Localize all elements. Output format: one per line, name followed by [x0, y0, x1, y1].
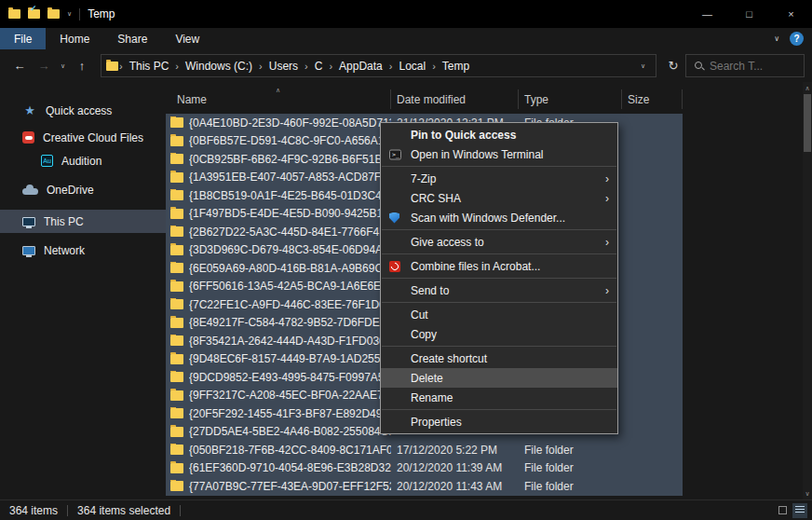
file-date: 20/12/2020 11:39 AM: [391, 461, 519, 474]
address-bar[interactable]: ›This PC›Windows (C:)›Users›C›AppData›Lo…: [101, 54, 656, 77]
menu-separator: [382, 346, 616, 347]
sidebar-item-audition[interactable]: Audition: [0, 149, 166, 172]
scrollbar[interactable]: ∧ ∨: [803, 82, 812, 499]
breadcrumb-item-local[interactable]: Local: [393, 60, 431, 73]
menu-item-label: Open in Windows Terminal: [411, 148, 544, 161]
history-dropdown-button[interactable]: ∨: [56, 55, 70, 77]
sidebar-item-label: Quick access: [46, 104, 112, 117]
menu-item-label: Cut: [411, 308, 428, 322]
status-divider: [180, 505, 181, 516]
folder-icon: [170, 463, 183, 473]
up-button[interactable]: ↑: [70, 55, 94, 77]
folder-icon: [170, 390, 183, 401]
tab-share[interactable]: Share: [103, 28, 161, 49]
column-header-size[interactable]: Size: [622, 89, 683, 109]
breadcrumb-item-this-pc[interactable]: This PC: [124, 60, 175, 73]
file-type: File folder: [519, 461, 622, 474]
folder-icon: [170, 299, 183, 309]
file-name: {3D3D969C-D679-48C3-854E-06D94A4B0...: [189, 243, 391, 256]
menu-item-create-shortcut[interactable]: Create shortcut: [381, 349, 617, 368]
menu-item-rename[interactable]: Rename: [381, 388, 617, 407]
folder-icon: [170, 154, 183, 164]
sidebar-item-this-pc[interactable]: This PC: [0, 210, 166, 233]
menu-item-crc-sha[interactable]: CRC SHA›: [381, 188, 617, 208]
scrollbar-track[interactable]: [803, 94, 812, 487]
file-row[interactable]: {61EF360D-9710-4054-8E96-E3B28D32FCE...2…: [166, 459, 683, 478]
app-icon[interactable]: [8, 9, 20, 19]
scroll-down-icon[interactable]: ∨: [805, 487, 809, 499]
creative-cloud-icon: [22, 131, 34, 144]
qat-new-folder-button[interactable]: [47, 9, 60, 19]
file-name-cell: {6E059A69-A80D-416B-B81A-A9B69C6A2...: [166, 262, 391, 275]
file-name-cell: {0BF6B57E-D591-4C8C-9FC0-A656A118F...: [166, 134, 391, 147]
file-name: {77A07B9C-77EF-43EA-9D07-EFF12F5220...: [189, 480, 391, 493]
help-button[interactable]: ?: [790, 32, 804, 46]
menu-item-scan-with-windows-defender[interactable]: Scan with Windows Defender...: [381, 208, 617, 227]
folder-icon: [170, 263, 183, 273]
maximize-button[interactable]: □: [728, 0, 770, 28]
file-name: {9D48EC6F-8157-4449-B7A9-1AD2559689...: [189, 352, 391, 365]
sidebar-item-quick-access[interactable]: ★Quick access: [0, 99, 166, 122]
file-name-cell: {6FF50616-13A5-42A5-BCA9-1A6E6EDB0...: [166, 280, 391, 293]
breadcrumb-item-appdata[interactable]: AppData: [333, 60, 388, 73]
sidebar-item-onedrive[interactable]: OneDrive: [0, 178, 166, 201]
menu-item-cut[interactable]: Cut: [381, 305, 617, 324]
breadcrumb-item-c[interactable]: C: [309, 60, 329, 73]
tab-file[interactable]: File: [0, 28, 46, 49]
file-name: {6E059A69-A80D-416B-B81A-A9B69C6A2...: [189, 262, 391, 275]
back-button[interactable]: ←: [7, 55, 32, 77]
menu-item-properties[interactable]: Properties: [381, 412, 617, 431]
column-header-name[interactable]: Name∧: [166, 89, 391, 109]
sidebar-item-creative-cloud-files[interactable]: Creative Cloud Files: [0, 126, 166, 149]
scrollbar-thumb[interactable]: [804, 94, 811, 152]
close-button[interactable]: ×: [770, 0, 812, 28]
breadcrumb-item-users[interactable]: Users: [264, 60, 304, 73]
menu-item-pin-to-quick-access[interactable]: Pin to Quick access: [381, 125, 617, 144]
search-input[interactable]: [710, 60, 790, 73]
menu-separator: [382, 229, 616, 230]
details-view-button[interactable]: [792, 503, 807, 518]
tab-home[interactable]: Home: [46, 28, 103, 49]
column-header-type[interactable]: Type: [519, 89, 622, 109]
sidebar-item-network[interactable]: Network: [0, 239, 166, 262]
ribbon-collapse-button[interactable]: ∨: [774, 34, 779, 43]
menu-item-label: Give access to: [411, 236, 484, 249]
audition-icon: [41, 155, 53, 167]
menu-item-combine-files-in-acrobat[interactable]: Combine files in Acrobat...: [381, 256, 617, 276]
titlebar[interactable]: ✓ ∨ Temp — □ ×: [0, 0, 812, 28]
search-box[interactable]: [685, 54, 805, 77]
folder-icon: [170, 209, 183, 219]
column-header-date-modified[interactable]: Date modified: [391, 89, 519, 109]
scroll-up-icon[interactable]: ∧: [805, 82, 809, 94]
menu-separator: [382, 302, 616, 303]
menu-item-label: Properties: [411, 416, 462, 429]
file-name: {0BF6B57E-D591-4C8C-9FC0-A656A118F...: [189, 134, 391, 147]
sidebar-item-label: OneDrive: [47, 184, 94, 197]
view-toggles: [775, 503, 812, 518]
file-date: 17/12/2020 5:22 PM: [391, 444, 519, 457]
menu-item-open-in-windows-terminal[interactable]: Open in Windows Terminal: [381, 144, 617, 164]
check-icon: ✓: [30, 5, 37, 13]
forward-button[interactable]: →: [32, 55, 56, 77]
menu-item-7-zip[interactable]: 7-Zip›: [381, 169, 617, 188]
this-pc-icon: [22, 217, 35, 226]
large-icons-view-button[interactable]: [775, 503, 790, 518]
menu-item-give-access-to[interactable]: Give access to›: [381, 232, 617, 252]
refresh-button[interactable]: ↻: [661, 55, 685, 77]
file-row[interactable]: {050BF218-7F6B-42CC-8409-8C171AF0A8...17…: [166, 441, 683, 459]
defender-icon: [389, 212, 399, 224]
breadcrumb-item-temp[interactable]: Temp: [437, 60, 475, 73]
qat-properties-button[interactable]: ✓: [28, 9, 40, 19]
menu-item-delete[interactable]: Delete: [381, 368, 617, 388]
menu-item-copy[interactable]: Copy: [381, 324, 617, 344]
address-dropdown-button[interactable]: ∨: [635, 62, 651, 70]
tab-view[interactable]: View: [161, 28, 213, 49]
file-name-cell: {0CB925BF-6B62-4F9C-92B6-B6F51BF80B...: [166, 153, 391, 166]
menu-item-send-to[interactable]: Send to›: [381, 281, 617, 300]
menu-item-label: Pin to Quick access: [411, 129, 516, 142]
file-row[interactable]: {77A07B9C-77EF-43EA-9D07-EFF12F5220...20…: [166, 477, 683, 496]
file-name: {9FF3217C-A208-45EC-BF0A-22AAE73669...: [189, 389, 391, 402]
breadcrumb-item-windows-c[interactable]: Windows (C:): [180, 60, 258, 73]
minimize-button[interactable]: —: [686, 0, 728, 28]
qat-customize-button[interactable]: ∨: [67, 10, 72, 18]
